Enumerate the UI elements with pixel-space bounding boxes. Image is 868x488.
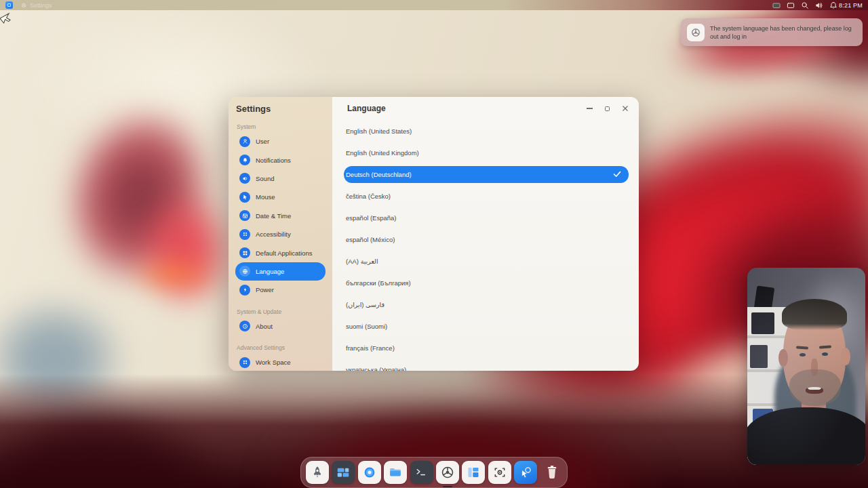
volume-icon[interactable] [815,1,823,9]
language-list: English (United States)English (United K… [332,120,639,371]
onboarding-icon [514,461,537,484]
dock-item-onboarding[interactable] [514,461,537,488]
language-option[interactable]: فارسی (ایران) [332,293,639,315]
language-option[interactable]: українська (Україна) [332,359,639,371]
workspace-icon [239,357,250,368]
sidebar-section-label: System & Update [237,308,326,315]
settings-wheel-icon [20,2,27,9]
sidebar-item-label: Mouse [256,193,275,201]
dock-item-control-center[interactable] [436,461,459,488]
dock-item-multitasking[interactable] [332,461,355,488]
sidebar-item-label: Language [256,268,284,275]
default-apps-icon [239,247,250,258]
active-app-indicator[interactable]: Settings [20,2,52,9]
language-option[interactable]: español (México) [332,228,639,250]
active-app-name: Settings [30,2,52,9]
bell-icon[interactable] [829,1,837,9]
sidebar-item-label: Power [256,286,274,293]
sidebar-item-sound[interactable]: Sound [235,169,326,188]
power-icon [239,285,250,296]
sidebar-item-default-applications[interactable]: Default Applications [235,243,326,262]
panel-header: Language [332,97,639,120]
terminal-icon [410,461,433,484]
window-controls [585,104,632,113]
language-option-label: français (France) [346,344,395,352]
sidebar-item-accessibility[interactable]: Accessibility [235,225,326,243]
language-option[interactable]: български (България) [332,272,639,293]
sidebar-item-label: Notifications [256,157,291,164]
sidebar-item-work-space[interactable]: Work Space [235,353,326,371]
mouse-cursor [0,12,12,25]
sidebar-item-label: Accessibility [256,230,291,238]
settings-wheel-icon [687,24,705,41]
language-option[interactable]: čeština (Česko) [332,185,639,207]
language-option-label: українська (Україна) [346,366,406,371]
language-option[interactable]: English (United Kingdom) [332,142,639,163]
file-manager-icon [384,461,407,484]
multitasking-icon [332,461,355,484]
control-center-icon [436,461,459,484]
webcam-overlay [747,268,865,465]
menubar: Settings 8:21 PM [0,0,868,10]
sidebar-item-mouse[interactable]: Mouse [235,188,326,206]
sidebar-item-label: Sound [256,175,274,182]
launcher-icon[interactable] [5,1,13,9]
language-option-label: suomi (Suomi) [346,323,387,330]
language-option[interactable]: العربية (AA) [332,250,639,272]
sidebar-item-date-time[interactable]: Date & Time [235,207,326,225]
sidebar-item-label: About [256,323,273,330]
screenshot-icon [488,461,511,484]
dock-item-app-store[interactable] [462,461,485,488]
app-store-icon [462,461,485,484]
user-icon [239,136,250,147]
clock[interactable]: 8:21 PM [839,2,863,9]
sidebar-section-label: System [237,123,326,130]
dock-item-terminal[interactable] [410,461,433,488]
keyboard-icon[interactable] [772,1,781,9]
system-tray [772,1,837,9]
running-indicator [443,486,452,488]
notifications-icon [239,155,250,165]
sidebar-section-label: Advanced Settings [237,344,326,351]
dock-item-trash[interactable] [540,461,564,488]
language-option[interactable]: español (España) [332,207,639,228]
dock-item-browser[interactable] [358,461,381,488]
window-title: Settings [235,102,326,114]
browser-icon [358,461,381,484]
notification-toast[interactable]: The system language has been changed, pl… [681,18,863,46]
notification-text: The system language has been changed, pl… [710,24,856,41]
close-button[interactable] [620,104,629,113]
language-option[interactable]: Deutsch (Deutschland) [332,163,639,185]
minimize-button[interactable] [585,104,594,113]
webcam-screen-glow [747,268,865,465]
search-icon[interactable] [801,1,809,9]
display-icon[interactable] [787,1,795,9]
panel-title: Language [347,104,386,113]
language-option-label: English (United Kingdom) [346,149,419,157]
sidebar-item-power[interactable]: Power [235,281,326,299]
settings-sidebar: Settings SystemUserNotificationsSoundMou… [229,97,332,371]
trash-icon [540,461,564,484]
language-option-label: български (България) [346,279,411,287]
close-icon [622,105,629,112]
sidebar-item-language[interactable]: Language [235,262,326,281]
language-option-label: español (España) [346,214,396,222]
language-option[interactable]: English (United States) [332,120,639,142]
sidebar-item-label: User [256,138,269,145]
sound-icon [239,173,250,184]
language-option-label: English (United States) [346,127,412,135]
language-option[interactable]: français (France) [332,337,639,359]
dock-item-file-manager[interactable] [384,461,407,488]
maximize-button[interactable] [603,104,612,113]
mouse-icon [239,192,250,203]
dock-item-launcher[interactable] [306,461,329,488]
language-option-label: čeština (Česko) [346,192,391,200]
accessibility-icon [239,229,250,240]
sidebar-item-notifications[interactable]: Notifications [235,150,326,169]
sidebar-item-about[interactable]: About [235,317,326,336]
language-option[interactable]: suomi (Suomi) [332,315,639,337]
wallpaper-orange-accent [108,244,237,305]
sidebar-item-user[interactable]: User [235,132,326,150]
dock-item-screenshot[interactable] [488,461,511,488]
dock [300,457,568,488]
